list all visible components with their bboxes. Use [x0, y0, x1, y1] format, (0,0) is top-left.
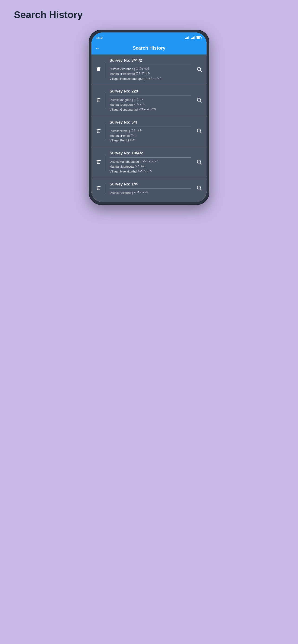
history-item: Survey No: 8/అ/2 District:Vikarabad | వి…	[91, 54, 207, 85]
battery-icon	[196, 36, 202, 39]
survey-no-4: Survey No: 10/A/2	[110, 151, 191, 158]
search-icon	[196, 159, 202, 164]
item-divider	[105, 123, 105, 140]
delete-button-5[interactable]	[95, 184, 102, 193]
status-bar: 1:10	[91, 32, 207, 43]
battery-tip	[201, 37, 202, 38]
survey-no-5: Survey No: 1/అ	[110, 182, 191, 189]
search-button-1[interactable]	[195, 65, 203, 74]
search-icon	[196, 66, 202, 72]
survey-no-1: Survey No: 8/అ/2	[110, 58, 191, 65]
signal-bars-2	[191, 36, 195, 39]
search-icon	[196, 128, 202, 134]
search-icon	[196, 185, 202, 190]
item-content-3: Survey No: 5/4 District:Nirmal | నిర్మల్…	[108, 120, 193, 143]
history-item: Survey No: 229 District:Jangoan | జనగాం …	[91, 85, 207, 116]
survey-no-3: Survey No: 5/4	[110, 120, 191, 127]
status-bar-wrapper: 1:10	[91, 32, 207, 43]
delete-button-4[interactable]	[95, 158, 102, 166]
item-divider	[105, 154, 105, 170]
delete-button-1[interactable]	[95, 66, 102, 74]
signal-bar	[186, 38, 187, 39]
page-title: Search History	[14, 9, 83, 20]
history-list: Survey No: 8/అ/2 District:Vikarabad | వి…	[91, 54, 207, 202]
battery-body	[196, 36, 201, 39]
phone-inner: 1:10	[91, 32, 207, 202]
svg-line-1	[200, 70, 202, 72]
item-detail-4: District:Mahabubabad | మహబూబాబాద్ Mandal…	[110, 160, 191, 174]
history-item: Survey No: 5/4 District:Nirmal | నిర్మల్…	[91, 116, 207, 147]
status-right	[185, 36, 202, 39]
search-button-2[interactable]	[195, 96, 203, 105]
item-divider	[105, 183, 105, 194]
item-detail-3: District:Nirmal | నిర్మల్ Mandal :Pembi|…	[110, 129, 191, 143]
back-button[interactable]: ←	[95, 45, 100, 51]
item-content-1: Survey No: 8/అ/2 District:Vikarabad | వి…	[108, 58, 193, 81]
item-detail-1: District:Vikarabad | వికారాబాద్ Mandal :…	[110, 67, 191, 81]
trash-icon	[96, 186, 101, 190]
signal-bar	[192, 38, 193, 39]
delete-button-3[interactable]	[95, 128, 102, 136]
svg-line-9	[200, 189, 202, 190]
item-content-5: Survey No: 1/అ District:Adilabad | ఆదిలా…	[108, 182, 193, 196]
phone-frame: 1:10	[89, 30, 209, 205]
search-button-4[interactable]	[195, 158, 203, 167]
item-content-2: Survey No: 229 District:Jangoan | జనగాం …	[108, 89, 193, 112]
content-area: Survey No: 8/అ/2 District:Vikarabad | వి…	[91, 54, 207, 202]
signal-bar	[194, 36, 195, 39]
trash-icon	[96, 66, 101, 72]
signal-bar	[193, 37, 194, 39]
trash-icon	[96, 98, 101, 103]
search-button-5[interactable]	[195, 184, 203, 193]
svg-line-7	[200, 163, 202, 164]
signal-bar	[187, 37, 188, 39]
delete-button-2[interactable]	[95, 97, 102, 105]
svg-line-5	[200, 132, 202, 133]
trash-icon	[96, 159, 101, 164]
history-item: Survey No: 1/అ District:Adilabad | ఆదిలా…	[91, 178, 207, 202]
status-time: 1:10	[96, 36, 103, 40]
trash-icon	[96, 128, 101, 134]
search-icon	[196, 97, 202, 103]
item-divider	[105, 62, 105, 78]
battery-fill	[197, 37, 200, 39]
svg-line-3	[200, 101, 202, 102]
app-header: ← Search History	[91, 43, 207, 54]
item-content-4: Survey No: 10/A/2 District:Mahabubabad |…	[108, 151, 193, 174]
signal-bar	[185, 38, 186, 39]
app-header-title: Search History	[133, 46, 165, 51]
signal-bars-1	[185, 36, 189, 39]
item-detail-5: District:Adilabad | ఆదిలాబాద్	[110, 190, 191, 196]
history-item: Survey No: 10/A/2 District:Mahabubabad |…	[91, 147, 207, 178]
signal-bar	[188, 36, 189, 39]
item-divider	[105, 92, 105, 109]
item-detail-2: District:Jangoan | జనగాం Mandal :Jangaon…	[110, 98, 191, 112]
survey-no-2: Survey No: 229	[110, 89, 191, 96]
signal-bar	[191, 38, 192, 39]
search-button-3[interactable]	[195, 127, 203, 136]
